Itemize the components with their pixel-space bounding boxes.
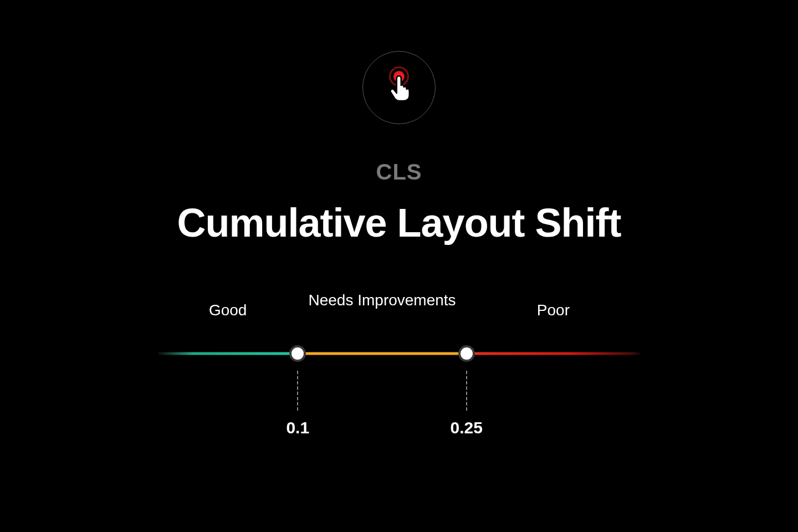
threshold-marker-1: [289, 345, 306, 362]
tap-pointer-icon: [383, 72, 415, 103]
threshold-value-2: 0.25: [451, 418, 483, 437]
scale-label-needs-improvements: Needs Improvements: [298, 290, 467, 311]
scale-bar-poor: [467, 352, 640, 355]
threshold-value-1: 0.1: [286, 418, 309, 437]
threshold-tick-1: [297, 371, 298, 411]
hand-pointer-icon: [388, 75, 412, 102]
threshold-marker-2: [458, 345, 475, 362]
metric-icon-circle: [362, 51, 436, 124]
metric-title: Cumulative Layout Shift: [177, 200, 621, 245]
threshold-scale: Good Needs Improvements Poor 0.1 0.25: [158, 290, 640, 441]
scale-label-poor: Poor: [467, 300, 640, 321]
scale-values-row: 0.1 0.25: [158, 418, 640, 441]
metric-abbreviation: CLS: [376, 160, 422, 185]
scale-bar-row: [158, 344, 640, 363]
scale-bar-mid: [298, 352, 467, 355]
threshold-tick-2: [466, 371, 467, 411]
scale-labels-row: Good Needs Improvements Poor: [158, 290, 640, 334]
scale-label-good: Good: [158, 300, 298, 321]
scale-bar-good: [158, 352, 298, 355]
